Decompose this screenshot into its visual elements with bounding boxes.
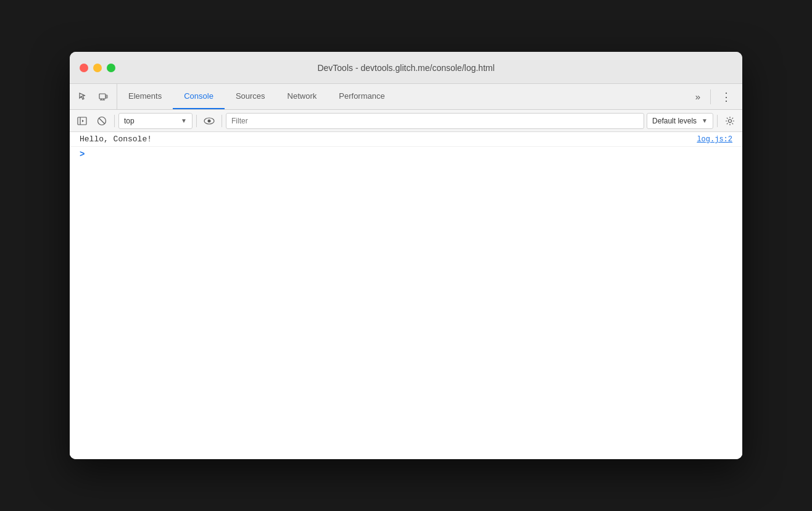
context-dropdown-icon: ▼: [181, 117, 187, 124]
clear-console-button[interactable]: [93, 112, 110, 130]
tabs-right: » ⋮: [686, 84, 742, 109]
tab-sources[interactable]: Sources: [225, 84, 276, 109]
context-selector[interactable]: top ▼: [118, 113, 193, 129]
console-log-text: Hello, Console!: [80, 135, 152, 144]
tabs-left-icons: [70, 84, 117, 109]
log-levels-button[interactable]: Default levels ▼: [647, 113, 713, 129]
tab-elements[interactable]: Elements: [117, 84, 173, 109]
close-button[interactable]: [80, 64, 88, 72]
console-prompt: >: [70, 147, 742, 162]
tabs-list: Elements Console Sources Network Perform…: [117, 84, 686, 109]
svg-rect-0: [99, 94, 106, 99]
tabs-separator: [710, 89, 711, 104]
toolbar-separator-4: [717, 115, 718, 127]
tabs-bar: Elements Console Sources Network Perform…: [70, 84, 742, 110]
minimize-button[interactable]: [93, 64, 102, 72]
inspect-element-button[interactable]: [75, 88, 92, 106]
console-content: Hello, Console! log.js:2 >: [70, 132, 742, 459]
console-settings-button[interactable]: [721, 112, 739, 130]
more-tabs-button[interactable]: »: [690, 89, 705, 104]
devtools-menu-button[interactable]: ⋮: [716, 88, 737, 106]
tab-console[interactable]: Console: [173, 84, 225, 109]
toolbar-separator-2: [196, 115, 197, 127]
svg-rect-1: [106, 95, 107, 98]
svg-point-12: [729, 119, 732, 122]
live-expressions-button[interactable]: [201, 112, 218, 130]
toolbar-separator-3: [222, 115, 222, 127]
window-title: DevTools - devtools.glitch.me/console/lo…: [317, 63, 494, 73]
console-prompt-symbol: >: [80, 149, 85, 159]
filter-input[interactable]: [226, 113, 644, 129]
devtools-window: DevTools - devtools.glitch.me/console/lo…: [70, 52, 742, 459]
svg-marker-7: [82, 120, 84, 122]
device-toggle-button[interactable]: [94, 88, 112, 106]
svg-point-11: [208, 119, 211, 122]
maximize-button[interactable]: [107, 64, 115, 72]
show-sidebar-button[interactable]: [73, 112, 91, 130]
tab-network[interactable]: Network: [276, 84, 328, 109]
svg-line-9: [99, 118, 105, 123]
tab-performance[interactable]: Performance: [328, 84, 396, 109]
console-toolbar: top ▼ Default levels ▼: [70, 110, 742, 132]
title-bar: DevTools - devtools.glitch.me/console/lo…: [70, 52, 742, 84]
devtools-body: Elements Console Sources Network Perform…: [70, 84, 742, 459]
console-log-entry: Hello, Console! log.js:2: [70, 132, 742, 147]
console-log-link[interactable]: log.js:2: [697, 135, 732, 144]
log-levels-arrow: ▼: [702, 117, 708, 124]
toolbar-separator-1: [114, 115, 115, 127]
traffic-lights: [80, 64, 115, 72]
